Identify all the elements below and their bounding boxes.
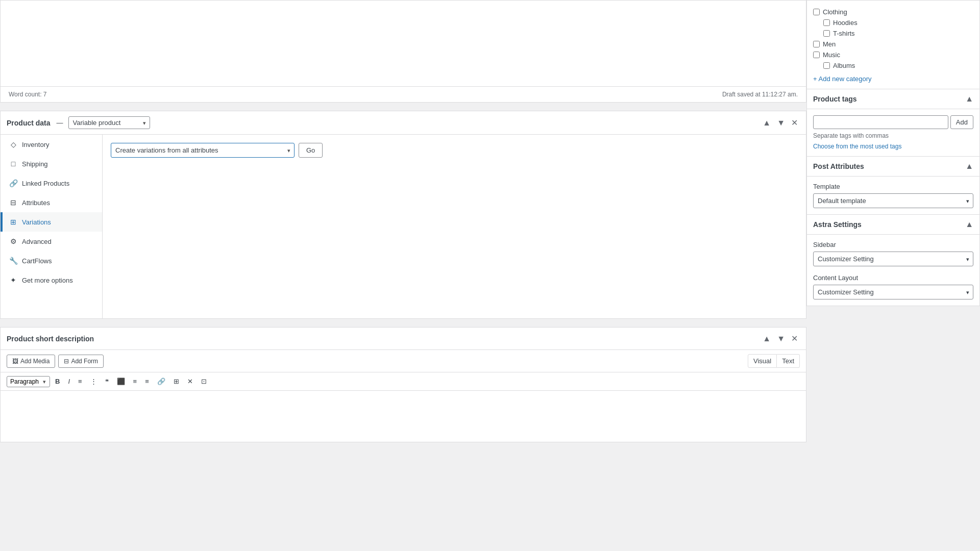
content-layout-wrapper: Customizer Setting <box>813 285 973 299</box>
nav-label-get-more-options: Get more options <box>22 277 73 284</box>
astra-settings-collapse-icon[interactable]: ▲ <box>965 220 973 229</box>
product-tags-body: Add Separate tags with commas Choose fro… <box>807 109 979 156</box>
variations-action-row: Create variations from all attributes Go <box>111 143 798 158</box>
post-attributes-header: Post Attributes ▲ <box>807 157 979 177</box>
product-data-body: ◇ Inventory □ Shipping 🔗 Linked Products… <box>1 135 806 318</box>
linked-products-icon: 🔗 <box>9 179 18 188</box>
nav-label-variations: Variations <box>22 218 51 226</box>
table-button[interactable]: ⊞ <box>170 375 182 387</box>
blockquote-button[interactable]: ❝ <box>102 375 112 387</box>
add-tag-button[interactable]: Add <box>950 115 973 129</box>
post-attributes-title: Post Attributes <box>813 162 864 170</box>
toggle-btn[interactable]: ✕ <box>789 117 800 129</box>
draft-saved: Draft saved at 11:12:27 am. <box>722 91 798 98</box>
content-layout-select[interactable]: Customizer Setting <box>813 285 973 299</box>
nav-item-get-more-options[interactable]: ✦ Get more options <box>1 270 102 290</box>
product-tags-collapse-icon[interactable]: ▲ <box>965 94 973 104</box>
go-button[interactable]: Go <box>299 143 323 158</box>
short-description-section: Product short description ▲ ▼ ✕ 🖼 Add Me… <box>0 327 806 442</box>
category-label-music: Music <box>823 51 840 59</box>
astra-settings-title: Astra Settings <box>813 220 862 229</box>
nav-item-attributes[interactable]: ⊟ Attributes <box>1 193 102 212</box>
template-select-wrapper: Default template <box>813 193 973 208</box>
view-tabs: Visual Text <box>748 354 800 368</box>
short-description-editor[interactable] <box>1 391 806 442</box>
astra-settings-panel: Astra Settings ▲ Sidebar Customizer Sett… <box>806 215 980 306</box>
text-tab[interactable]: Text <box>777 354 800 368</box>
astra-settings-body: Sidebar Customizer Setting Content Layou… <box>807 235 979 306</box>
nav-item-advanced[interactable]: ⚙ Advanced <box>1 232 102 251</box>
post-attributes-collapse-icon[interactable]: ▲ <box>965 162 973 171</box>
template-label: Template <box>813 183 973 190</box>
product-type-wrapper: Variable product <box>68 116 150 129</box>
nav-item-variations[interactable]: ⊞ Variations <box>1 212 102 232</box>
most-used-tags-link[interactable]: Choose from the most used tags <box>813 143 901 150</box>
short-desc-collapse-down[interactable]: ▼ <box>775 333 787 344</box>
collapse-down-btn[interactable]: ▼ <box>775 117 787 129</box>
product-data-section: Product data — Variable product ▲ ▼ ✕ <box>0 111 806 319</box>
category-item-hoodies: Hoodies <box>813 17 973 28</box>
nav-item-inventory[interactable]: ◇ Inventory <box>1 135 102 154</box>
more-btn[interactable]: ✕ <box>184 375 196 387</box>
nav-item-cartflows[interactable]: 🔧 CartFlows <box>1 251 102 270</box>
align-center-button[interactable]: ≡ <box>130 375 140 387</box>
short-desc-collapse-up[interactable]: ▲ <box>761 333 773 344</box>
fullscreen-btn[interactable]: ⊡ <box>198 375 210 387</box>
add-form-icon: ⊟ <box>64 358 69 365</box>
tags-input[interactable] <box>813 115 948 129</box>
product-tags-panel: Product tags ▲ Add Separate tags with co… <box>806 89 980 157</box>
shipping-icon: □ <box>9 159 18 168</box>
cartflows-icon: 🔧 <box>9 256 18 265</box>
variations-action-select[interactable]: Create variations from all attributes <box>111 143 295 158</box>
bold-button[interactable]: B <box>52 375 63 387</box>
ol-button[interactable]: ⋮ <box>87 375 100 387</box>
category-checkbox-clothing[interactable] <box>813 9 820 15</box>
category-checkbox-albums[interactable] <box>823 62 830 69</box>
short-desc-toggle[interactable]: ✕ <box>789 333 800 344</box>
add-media-button[interactable]: 🖼 Add Media <box>7 355 55 368</box>
category-item-men: Men <box>813 39 973 49</box>
inventory-icon: ◇ <box>9 140 18 149</box>
nav-item-linked-products[interactable]: 🔗 Linked Products <box>1 173 102 193</box>
nav-item-shipping[interactable]: □ Shipping <box>1 154 102 173</box>
post-attributes-body: Template Default template <box>807 177 979 214</box>
nav-label-shipping: Shipping <box>22 160 48 168</box>
product-type-select[interactable]: Variable product <box>68 116 150 129</box>
paragraph-select[interactable]: Paragraph <box>7 376 50 387</box>
product-data-title: Product data <box>7 119 51 127</box>
collapse-up-btn[interactable]: ▲ <box>761 117 773 129</box>
visual-tab[interactable]: Visual <box>748 354 777 368</box>
category-item-clothing: Clothing <box>813 7 973 17</box>
variations-icon: ⊞ <box>9 217 18 227</box>
align-left-button[interactable]: ⬛ <box>114 375 128 387</box>
get-more-options-icon: ✦ <box>9 276 18 285</box>
categories-body: Clothing Hoodies T-shirts Men Music <box>807 1 979 89</box>
italic-button[interactable]: I <box>65 375 73 387</box>
sidebar-setting-select[interactable]: Customizer Setting <box>813 252 973 266</box>
variations-action-wrapper: Create variations from all attributes <box>111 143 295 158</box>
template-select[interactable]: Default template <box>813 193 973 208</box>
category-checkbox-men[interactable] <box>813 41 820 47</box>
product-data-controls: ▲ ▼ ✕ <box>761 117 800 129</box>
product-tags-title: Product tags <box>813 95 857 103</box>
nav-label-linked-products: Linked Products <box>22 180 69 187</box>
category-checkbox-music[interactable] <box>813 52 820 58</box>
post-attributes-panel: Post Attributes ▲ Template Default templ… <box>806 157 980 215</box>
tags-input-row: Add <box>813 115 973 129</box>
align-right-button[interactable]: ≡ <box>142 375 152 387</box>
product-nav: ◇ Inventory □ Shipping 🔗 Linked Products… <box>1 135 103 318</box>
category-item-music: Music <box>813 49 973 60</box>
paragraph-select-wrapper: Paragraph <box>7 376 50 387</box>
nav-label-attributes: Attributes <box>22 199 50 207</box>
category-checkbox-hoodies[interactable] <box>823 19 830 26</box>
ul-button[interactable]: ≡ <box>75 375 85 387</box>
category-label-men: Men <box>823 40 836 48</box>
tags-hint: Separate tags with commas <box>813 132 973 139</box>
add-form-button[interactable]: ⊟ Add Form <box>58 355 104 368</box>
short-description-title: Product short description <box>7 335 94 343</box>
link-button[interactable]: 🔗 <box>154 375 168 387</box>
add-new-category-link[interactable]: + Add new category <box>813 75 872 83</box>
add-media-icon: 🖼 <box>12 358 18 365</box>
word-count: Word count: 7 <box>9 91 46 98</box>
category-checkbox-tshirts[interactable] <box>823 30 830 37</box>
